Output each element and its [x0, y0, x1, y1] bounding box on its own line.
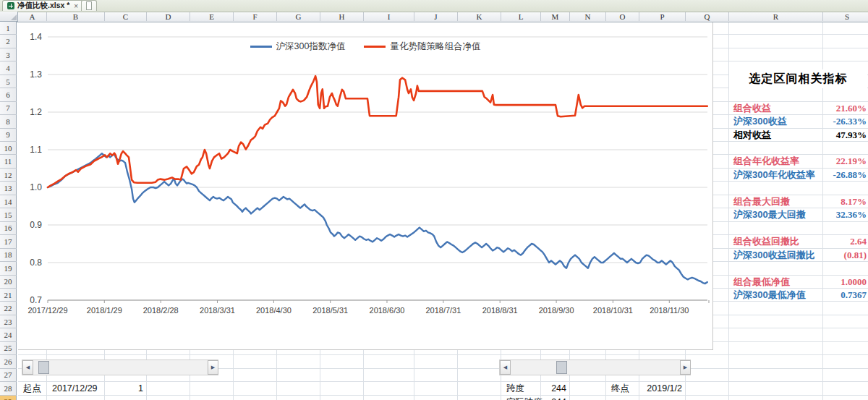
- cell-M28[interactable]: 244: [541, 382, 570, 395]
- column-header-R[interactable]: R: [729, 12, 823, 21]
- cell-M29[interactable]: 244: [541, 396, 570, 400]
- scroll-left-button[interactable]: ◀: [22, 360, 33, 375]
- row-header-12[interactable]: 12: [0, 169, 17, 182]
- row-header-22[interactable]: 22: [0, 302, 17, 315]
- metric-row-1[interactable]: 沪深300收益-26.33%: [729, 115, 868, 128]
- metric-label: 沪深300收益回撤比: [733, 249, 815, 262]
- column-header-A[interactable]: A: [18, 12, 47, 21]
- scroll-right-button[interactable]: ▶: [680, 360, 691, 375]
- row-header-24[interactable]: 24: [0, 328, 17, 341]
- cell-L28[interactable]: 跨度: [501, 382, 541, 395]
- row-header-6[interactable]: 6: [0, 88, 17, 101]
- cell-P28[interactable]: 2019/1/2: [639, 382, 686, 395]
- blue-line-swatch: [250, 46, 272, 48]
- svg-text:1.2: 1.2: [30, 107, 42, 117]
- row-header-11[interactable]: 11: [0, 155, 17, 168]
- row-header-7[interactable]: 7: [0, 102, 17, 115]
- row-header-16[interactable]: 16: [0, 222, 17, 235]
- column-header-O[interactable]: O: [606, 12, 639, 21]
- row-header-23[interactable]: 23: [0, 315, 17, 328]
- column-header-G[interactable]: G: [277, 12, 320, 21]
- tab-close-icon[interactable]: ×: [74, 2, 78, 10]
- column-header-D[interactable]: D: [147, 12, 190, 21]
- row-header-1[interactable]: 1: [0, 22, 17, 35]
- column-header-B[interactable]: B: [47, 12, 105, 21]
- row-header-27[interactable]: 27: [0, 369, 17, 382]
- svg-text:2018/7/31: 2018/7/31: [425, 306, 461, 315]
- row-header-15[interactable]: 15: [0, 208, 17, 221]
- metric-value: 2.64: [823, 235, 867, 248]
- scroll-left-button[interactable]: ◀: [500, 360, 511, 375]
- metric-row-7[interactable]: 组合收益回撤比2.64: [729, 235, 868, 248]
- select-all-corner[interactable]: [0, 12, 18, 22]
- row-header-2[interactable]: 2: [0, 35, 17, 48]
- cell-B28[interactable]: 2017/12/29: [47, 382, 105, 395]
- cell-O28[interactable]: 终点: [606, 382, 639, 395]
- row-header-5[interactable]: 5: [0, 75, 17, 88]
- row-header-21[interactable]: 21: [0, 289, 17, 302]
- embedded-scrollbar-left[interactable]: ◀▶: [22, 359, 218, 375]
- metric-row-0[interactable]: 组合收益21.60%: [729, 102, 868, 115]
- metric-row-6[interactable]: 沪深300最大回撤32.36%: [729, 208, 868, 221]
- row-header-4[interactable]: 4: [0, 61, 17, 75]
- row-header-28[interactable]: 28: [0, 382, 17, 395]
- metric-row-10[interactable]: 沪深300最低净值0.7367: [729, 289, 868, 302]
- legend-item-hs300: 沪深300指数净值: [250, 41, 346, 53]
- red-line-swatch: [364, 46, 386, 48]
- column-header-F[interactable]: F: [234, 12, 277, 21]
- new-tab-button[interactable]: [81, 0, 97, 11]
- cell-C28[interactable]: 1: [105, 382, 147, 395]
- metric-row-5[interactable]: 组合最大回撤8.17%: [729, 195, 868, 208]
- column-header-Q[interactable]: Q: [686, 12, 729, 21]
- row-header-19[interactable]: 19: [0, 262, 17, 275]
- row-header-14[interactable]: 14: [0, 195, 17, 208]
- metrics-panel-title: 选定区间相关指标: [729, 69, 867, 88]
- svg-text:2017/12/29: 2017/12/29: [27, 306, 67, 315]
- row-header-17[interactable]: 17: [0, 235, 17, 248]
- embedded-scrollbar-right[interactable]: ◀▶: [499, 359, 691, 375]
- metric-value: 0.7367: [823, 289, 867, 302]
- column-header-P[interactable]: P: [639, 12, 686, 21]
- row-header-10[interactable]: 10: [0, 142, 17, 155]
- column-header-C[interactable]: C: [105, 12, 147, 21]
- svg-text:0.9: 0.9: [30, 220, 42, 230]
- row-header-9[interactable]: 9: [0, 129, 17, 142]
- row-header-18[interactable]: 18: [0, 249, 17, 262]
- row-header-25[interactable]: 25: [0, 342, 17, 355]
- column-header-K[interactable]: K: [458, 12, 501, 21]
- svg-text:2018/5/31: 2018/5/31: [312, 306, 348, 315]
- column-header-H[interactable]: H: [320, 12, 364, 21]
- scroll-thumb[interactable]: [556, 361, 567, 374]
- tab-title: 净值比较.xlsx *: [17, 1, 69, 11]
- workbook-tab[interactable]: 净值比较.xlsx * ×: [2, 0, 83, 11]
- cell-A28[interactable]: 起点: [18, 382, 47, 395]
- column-header-I[interactable]: I: [364, 12, 414, 21]
- metric-row-3[interactable]: 组合年化收益率22.19%: [729, 155, 868, 168]
- metric-value: 32.36%: [823, 208, 867, 221]
- metric-row-4[interactable]: 沪深300年化收益率-26.88%: [729, 169, 868, 182]
- svg-text:2018/2/28: 2018/2/28: [143, 306, 179, 315]
- column-header-N[interactable]: N: [570, 12, 606, 21]
- metric-row-8[interactable]: 沪深300收益回撤比(0.81): [729, 249, 868, 262]
- scroll-thumb[interactable]: [38, 361, 49, 374]
- column-header-E[interactable]: E: [190, 12, 234, 21]
- column-header-M[interactable]: M: [541, 12, 570, 21]
- metric-row-9[interactable]: 组合最低净值1.0000: [729, 276, 868, 289]
- svg-text:2018/8/31: 2018/8/31: [482, 306, 518, 315]
- netvalue-chart-object[interactable]: 1.41.31.21.11.00.90.80.72017/12/292018/1…: [18, 22, 713, 350]
- row-header-8[interactable]: 8: [0, 115, 17, 128]
- row-header-20[interactable]: 20: [0, 276, 17, 289]
- scroll-right-button[interactable]: ▶: [208, 360, 218, 375]
- column-header-J[interactable]: J: [414, 12, 458, 21]
- metric-value: 1.0000: [823, 276, 867, 289]
- column-header-S[interactable]: S: [823, 12, 868, 21]
- row-header-3[interactable]: 3: [0, 48, 17, 61]
- row-header-29[interactable]: 29: [0, 396, 17, 400]
- metric-label: 沪深300最大回撤: [733, 208, 806, 221]
- row-header-26[interactable]: 26: [0, 355, 17, 368]
- metric-row-2[interactable]: 相对收益47.93%: [729, 129, 868, 142]
- metric-value: -26.88%: [823, 169, 867, 182]
- cell-L29[interactable]: 实际跨度: [501, 396, 541, 400]
- row-header-13[interactable]: 13: [0, 182, 17, 195]
- column-header-L[interactable]: L: [501, 12, 541, 21]
